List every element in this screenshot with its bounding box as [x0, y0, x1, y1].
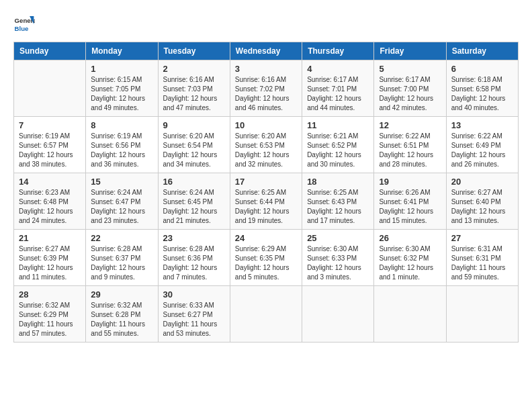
- day-info: Sunrise: 6:32 AM Sunset: 6:29 PM Dayligh…: [19, 301, 81, 338]
- calendar-cell: [374, 286, 446, 342]
- calendar-cell: 25Sunrise: 6:30 AM Sunset: 6:33 PM Dayli…: [302, 230, 374, 286]
- calendar-cell: 11Sunrise: 6:21 AM Sunset: 6:52 PM Dayli…: [302, 117, 374, 173]
- calendar-cell: 4Sunrise: 6:17 AM Sunset: 7:01 PM Daylig…: [302, 60, 374, 117]
- day-number: 13: [451, 120, 513, 130]
- calendar-cell: 18Sunrise: 6:25 AM Sunset: 6:43 PM Dayli…: [302, 173, 374, 230]
- header-day-wednesday: Wednesday: [230, 42, 302, 60]
- calendar-cell: 2Sunrise: 6:16 AM Sunset: 7:03 PM Daylig…: [158, 60, 230, 117]
- header-day-monday: Monday: [86, 42, 158, 60]
- day-info: Sunrise: 6:28 AM Sunset: 6:36 PM Dayligh…: [163, 244, 225, 282]
- day-info: Sunrise: 6:33 AM Sunset: 6:27 PM Dayligh…: [163, 301, 225, 338]
- day-number: 5: [379, 64, 441, 74]
- day-info: Sunrise: 6:20 AM Sunset: 6:53 PM Dayligh…: [235, 132, 297, 169]
- day-info: Sunrise: 6:27 AM Sunset: 6:39 PM Dayligh…: [19, 244, 81, 282]
- day-info: Sunrise: 6:29 AM Sunset: 6:35 PM Dayligh…: [235, 244, 297, 282]
- day-number: 16: [163, 177, 225, 187]
- calendar-cell: 20Sunrise: 6:27 AM Sunset: 6:40 PM Dayli…: [446, 173, 518, 230]
- header-day-saturday: Saturday: [446, 42, 518, 60]
- day-info: Sunrise: 6:16 AM Sunset: 7:03 PM Dayligh…: [163, 75, 225, 113]
- calendar-cell: 28Sunrise: 6:32 AM Sunset: 6:29 PM Dayli…: [14, 286, 86, 342]
- day-info: Sunrise: 6:15 AM Sunset: 7:05 PM Dayligh…: [91, 75, 152, 113]
- day-info: Sunrise: 6:31 AM Sunset: 6:31 PM Dayligh…: [451, 244, 513, 282]
- day-info: Sunrise: 6:22 AM Sunset: 6:51 PM Dayligh…: [379, 132, 441, 169]
- calendar-week-row: 21Sunrise: 6:27 AM Sunset: 6:39 PM Dayli…: [14, 230, 519, 286]
- day-number: 18: [307, 177, 369, 187]
- day-number: 19: [379, 177, 441, 187]
- day-number: 21: [19, 233, 81, 243]
- day-number: 28: [19, 289, 81, 300]
- day-number: 11: [307, 120, 369, 130]
- calendar-cell: 15Sunrise: 6:24 AM Sunset: 6:47 PM Dayli…: [86, 173, 158, 230]
- calendar-week-row: 14Sunrise: 6:23 AM Sunset: 6:48 PM Dayli…: [14, 173, 519, 230]
- day-info: Sunrise: 6:25 AM Sunset: 6:44 PM Dayligh…: [235, 188, 297, 226]
- day-number: 14: [19, 177, 81, 187]
- day-number: 26: [379, 233, 441, 243]
- day-info: Sunrise: 6:32 AM Sunset: 6:28 PM Dayligh…: [91, 301, 152, 338]
- day-number: 4: [307, 64, 369, 74]
- day-number: 7: [19, 120, 81, 130]
- calendar-cell: 24Sunrise: 6:29 AM Sunset: 6:35 PM Dayli…: [230, 230, 302, 286]
- page-header: General Blue: [13, 13, 519, 35]
- day-info: Sunrise: 6:30 AM Sunset: 6:32 PM Dayligh…: [379, 244, 441, 282]
- calendar-cell: 7Sunrise: 6:19 AM Sunset: 6:57 PM Daylig…: [14, 117, 86, 173]
- day-number: 1: [91, 64, 152, 74]
- calendar-cell: 22Sunrise: 6:28 AM Sunset: 6:37 PM Dayli…: [86, 230, 158, 286]
- header-day-tuesday: Tuesday: [158, 42, 230, 60]
- day-info: Sunrise: 6:21 AM Sunset: 6:52 PM Dayligh…: [307, 132, 369, 169]
- header-day-sunday: Sunday: [14, 42, 86, 60]
- day-info: Sunrise: 6:18 AM Sunset: 6:58 PM Dayligh…: [451, 75, 513, 113]
- calendar-cell: [230, 286, 302, 342]
- calendar-cell: 14Sunrise: 6:23 AM Sunset: 6:48 PM Dayli…: [14, 173, 86, 230]
- calendar-cell: 12Sunrise: 6:22 AM Sunset: 6:51 PM Dayli…: [374, 117, 446, 173]
- calendar-cell: 17Sunrise: 6:25 AM Sunset: 6:44 PM Dayli…: [230, 173, 302, 230]
- calendar-cell: 3Sunrise: 6:16 AM Sunset: 7:02 PM Daylig…: [230, 60, 302, 117]
- calendar-cell: 8Sunrise: 6:19 AM Sunset: 6:56 PM Daylig…: [86, 117, 158, 173]
- day-info: Sunrise: 6:19 AM Sunset: 6:57 PM Dayligh…: [19, 132, 81, 169]
- day-info: Sunrise: 6:16 AM Sunset: 7:02 PM Dayligh…: [235, 75, 297, 113]
- calendar-cell: 27Sunrise: 6:31 AM Sunset: 6:31 PM Dayli…: [446, 230, 518, 286]
- calendar-cell: 16Sunrise: 6:24 AM Sunset: 6:45 PM Dayli…: [158, 173, 230, 230]
- day-number: 2: [163, 64, 225, 74]
- calendar-cell: 23Sunrise: 6:28 AM Sunset: 6:36 PM Dayli…: [158, 230, 230, 286]
- day-info: Sunrise: 6:22 AM Sunset: 6:49 PM Dayligh…: [451, 132, 513, 169]
- day-number: 23: [163, 233, 225, 243]
- day-number: 29: [91, 289, 152, 300]
- day-info: Sunrise: 6:23 AM Sunset: 6:48 PM Dayligh…: [19, 188, 81, 226]
- logo: General Blue: [13, 13, 35, 35]
- day-info: Sunrise: 6:25 AM Sunset: 6:43 PM Dayligh…: [307, 188, 369, 226]
- day-number: 3: [235, 64, 297, 74]
- calendar-week-row: 1Sunrise: 6:15 AM Sunset: 7:05 PM Daylig…: [14, 60, 519, 117]
- calendar-table: SundayMondayTuesdayWednesdayThursdayFrid…: [13, 42, 519, 342]
- logo-icon: General Blue: [13, 13, 35, 35]
- day-info: Sunrise: 6:24 AM Sunset: 6:45 PM Dayligh…: [163, 188, 225, 226]
- calendar-cell: 1Sunrise: 6:15 AM Sunset: 7:05 PM Daylig…: [86, 60, 158, 117]
- calendar-body: 1Sunrise: 6:15 AM Sunset: 7:05 PM Daylig…: [14, 60, 519, 342]
- calendar-cell: 6Sunrise: 6:18 AM Sunset: 6:58 PM Daylig…: [446, 60, 518, 117]
- day-number: 6: [451, 64, 513, 74]
- day-number: 17: [235, 177, 297, 187]
- day-number: 12: [379, 120, 441, 130]
- header-day-friday: Friday: [374, 42, 446, 60]
- day-number: 20: [451, 177, 513, 187]
- day-info: Sunrise: 6:20 AM Sunset: 6:54 PM Dayligh…: [163, 132, 225, 169]
- svg-text:Blue: Blue: [15, 25, 29, 32]
- day-number: 9: [163, 120, 225, 130]
- day-number: 15: [91, 177, 152, 187]
- calendar-cell: 9Sunrise: 6:20 AM Sunset: 6:54 PM Daylig…: [158, 117, 230, 173]
- calendar-week-row: 28Sunrise: 6:32 AM Sunset: 6:29 PM Dayli…: [14, 286, 519, 342]
- day-number: 24: [235, 233, 297, 243]
- day-number: 22: [91, 233, 152, 243]
- calendar-header-row: SundayMondayTuesdayWednesdayThursdayFrid…: [14, 42, 519, 60]
- day-number: 10: [235, 120, 297, 130]
- calendar-cell: [302, 286, 374, 342]
- day-info: Sunrise: 6:17 AM Sunset: 7:01 PM Dayligh…: [307, 75, 369, 113]
- calendar-cell: 30Sunrise: 6:33 AM Sunset: 6:27 PM Dayli…: [158, 286, 230, 342]
- day-number: 27: [451, 233, 513, 243]
- day-number: 30: [163, 289, 225, 300]
- day-info: Sunrise: 6:26 AM Sunset: 6:41 PM Dayligh…: [379, 188, 441, 226]
- calendar-cell: 13Sunrise: 6:22 AM Sunset: 6:49 PM Dayli…: [446, 117, 518, 173]
- day-info: Sunrise: 6:19 AM Sunset: 6:56 PM Dayligh…: [91, 132, 152, 169]
- calendar-cell: 29Sunrise: 6:32 AM Sunset: 6:28 PM Dayli…: [86, 286, 158, 342]
- calendar-cell: 26Sunrise: 6:30 AM Sunset: 6:32 PM Dayli…: [374, 230, 446, 286]
- header-day-thursday: Thursday: [302, 42, 374, 60]
